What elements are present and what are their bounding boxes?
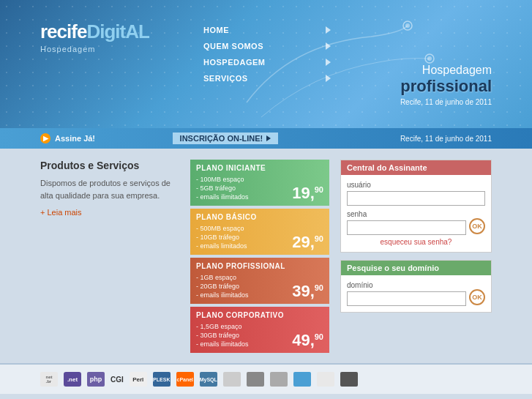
- leia-mais-link[interactable]: Leia mais: [40, 208, 82, 217]
- assine-bar: ▶ Assine Já! INSCRIÇÃO ON-LINE! Recife, …: [0, 128, 532, 149]
- footer-plesk-icon: PLESK: [153, 372, 171, 387]
- footer-extra1-icon: [223, 372, 241, 387]
- footer-netbr-icon: net.br: [40, 372, 58, 387]
- feature-item: 100MB espaço: [196, 175, 323, 184]
- hospedagem-line2: profissional: [400, 77, 492, 96]
- assine-date: Recife, 11 de junho de 2011: [400, 135, 492, 143]
- nav-item-quem-somos[interactable]: QUEM SOMOS: [198, 38, 337, 54]
- inscricao-link[interactable]: INSCRIÇÃO ON-LINE!: [173, 133, 279, 144]
- plano-iniciante-price: 19,90: [292, 185, 323, 201]
- central-header: Central do Assinante: [341, 160, 491, 175]
- plano-basico-price: 29,90: [292, 234, 323, 250]
- hospedagem-banner: Hospedagem profissional Recife, 11 de ju…: [400, 64, 492, 106]
- senha-input[interactable]: [347, 220, 466, 235]
- footer-extra5-icon: [317, 372, 334, 387]
- footer-extra6-icon: [340, 372, 358, 387]
- dominio-label: domínio: [347, 281, 485, 289]
- main-content: Produtos e Serviços Dispomos de produtos…: [0, 149, 532, 363]
- central-assinante-box: Central do Assinante usuário senha OK es…: [340, 160, 492, 253]
- feature-item: 1GB espaço: [196, 273, 323, 282]
- footer-extra4-icon: [293, 372, 311, 387]
- dominio-input[interactable]: [347, 291, 466, 306]
- nav-arrow-hosp: [326, 59, 331, 66]
- usuario-input[interactable]: [347, 191, 485, 206]
- header: recifeDigitAL Hospedagem HOME QUEM SOMOS…: [0, 0, 532, 128]
- produtos-desc: Dispomos de produtos e serviços de alta …: [40, 177, 179, 201]
- senha-label: senha: [347, 210, 485, 218]
- footer-php-icon: php: [87, 372, 105, 387]
- logo-text: recifeDigitAL: [40, 20, 149, 43]
- left-column: Produtos e Serviços Dispomos de produtos…: [40, 160, 179, 356]
- assine-icon: ▶: [40, 133, 50, 143]
- plano-corporativo[interactable]: PLANO CORPORATIVO 1,5GB espaço 30GB tráf…: [190, 307, 329, 353]
- login-ok-button[interactable]: OK: [469, 218, 485, 234]
- nav-arrow-serv: [326, 75, 331, 82]
- footer-cgi-text: CGI: [110, 376, 124, 384]
- nav-menu: HOME QUEM SOMOS HOSPEDAGEM SERVIÇOS: [198, 22, 337, 86]
- central-body: usuário senha OK esqueceu sua senha?: [341, 175, 491, 252]
- plano-profissional-title: PLANO PROFISSIONAL: [196, 262, 323, 270]
- nav-item-home[interactable]: HOME: [198, 22, 337, 38]
- plano-corporativo-price: 49,90: [292, 332, 323, 348]
- plano-basico[interactable]: PLANO BÁSICO 500MB espaço 10GB tráfego e…: [190, 209, 329, 255]
- planos-column: PLANO INICIANTE 100MB espaço 5GB tráfego…: [190, 160, 329, 356]
- footer-extra2-icon: [247, 372, 264, 387]
- footer-cpanel-icon: cPanel: [176, 372, 194, 387]
- plano-corporativo-title: PLANO CORPORATIVO: [196, 311, 323, 319]
- footer-dotnet-icon: .net: [64, 372, 81, 387]
- nav-arrow-home: [326, 26, 331, 34]
- dominio-header: Pesquise o seu domínio: [341, 261, 491, 275]
- inscricao-arrow: [266, 135, 271, 141]
- nav-item-servicos[interactable]: SERVIÇOS: [198, 70, 337, 86]
- footer: net.br .net php CGI Perl PLESK cPanel My…: [0, 363, 532, 394]
- nav-item-hospedagem[interactable]: HOSPEDAGEM: [198, 54, 337, 70]
- feature-item: 1,5GB espaço: [196, 322, 323, 331]
- assine-text[interactable]: Assine Já!: [55, 134, 168, 143]
- feature-item: 500MB espaço: [196, 224, 323, 233]
- plano-basico-title: PLANO BÁSICO: [196, 213, 323, 221]
- dominio-body: domínio OK: [341, 275, 491, 312]
- plano-iniciante[interactable]: PLANO INICIANTE 100MB espaço 5GB tráfego…: [190, 160, 329, 206]
- usuario-label: usuário: [347, 181, 485, 189]
- footer-extra3-icon: [270, 372, 288, 387]
- footer-perl-icon: Perl: [130, 372, 147, 387]
- esqueceu-link[interactable]: esqueceu sua senha?: [347, 238, 485, 246]
- header-date: Recife, 11 de junho de 2011: [400, 98, 492, 106]
- plano-profissional-price: 39,90: [292, 283, 323, 299]
- nav-arrow-quem: [326, 42, 331, 50]
- right-column: Central do Assinante usuário senha OK es…: [340, 160, 492, 356]
- dominio-ok-button[interactable]: OK: [469, 289, 485, 305]
- plano-iniciante-title: PLANO INICIANTE: [196, 164, 323, 172]
- logo-subtitle: Hospedagem: [40, 45, 149, 53]
- plano-profissional[interactable]: PLANO PROFISSIONAL 1GB espaço 20GB tráfe…: [190, 258, 329, 304]
- hospedagem-line1: Hospedagem: [400, 64, 492, 77]
- footer-mysql-icon: MySQL: [200, 372, 217, 387]
- dominio-box: Pesquise o seu domínio domínio OK: [340, 260, 492, 313]
- produtos-title: Produtos e Serviços: [40, 160, 179, 171]
- logo[interactable]: recifeDigitAL Hospedagem: [40, 20, 149, 53]
